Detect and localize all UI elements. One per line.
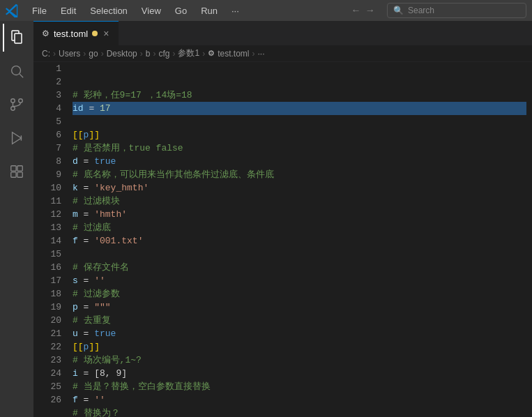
line-number-7: 7 [33,142,61,155]
tab-name: test.toml [54,29,88,39]
svg-point-5 [19,99,23,103]
line-number-25: 25 [33,380,61,393]
tab-bar: ⚙ test.toml × [33,21,532,45]
sidebar-item-search[interactable] [3,57,31,85]
breadcrumb-gear-icon: ⚙ [208,49,215,58]
line-number-22: 22 [33,340,61,354]
line-number-14: 14 [33,234,61,248]
menu-view[interactable]: View [137,4,165,17]
breadcrumb-go: go [89,49,98,59]
activity-bar [0,21,33,417]
line-number-23: 23 [33,354,61,367]
code-line-15: s = '' [73,274,526,287]
code-line-19: u = true [73,327,526,340]
line-number-5: 5 [33,115,61,128]
code-line-14: # 保存文件名 [73,261,526,274]
svg-rect-10 [11,166,16,171]
line-number-2: 2 [33,75,61,89]
svg-rect-1 [15,33,22,43]
main-layout: ⚙ test.toml × C: › Users › go › Desktop … [0,21,532,417]
line-number-13: 13 [33,221,61,234]
line-number-21: 21 [33,327,61,340]
line-number-9: 9 [33,168,61,181]
breadcrumb-b: b [146,49,151,59]
line-number-16: 16 [33,261,61,274]
svg-point-2 [12,66,21,75]
code-line-21: # 场次编号,1~? [73,354,526,367]
menu-go[interactable]: Go [171,4,191,17]
breadcrumb: C: › Users › go › Desktop › b › cfg › 参数… [33,45,532,62]
tab-close-button[interactable]: × [102,26,110,40]
code-line-20: [[p]] [73,340,526,354]
line-number-17: 17 [33,274,61,287]
code-line-25: # 替换为？ [73,407,526,417]
code-line-3 [73,115,526,128]
code-line-7: # 底名称，可以用来当作其他条件过滤底、条件底 [73,168,526,181]
tab-modified-dot [92,31,98,36]
code-line-4: [[p]] [73,128,526,142]
code-line-8: k = 'key_hmth' [73,181,526,195]
code-line-16: # 过滤参数 [73,287,526,301]
menu-more[interactable]: ··· [227,4,243,17]
line-number-15: 15 [33,248,61,261]
breadcrumb-cfg: cfg [158,49,169,59]
code-line-10: m = 'hmth' [73,208,526,221]
menu-run[interactable]: Run [197,4,222,17]
menu-selection[interactable]: Selection [86,4,131,17]
line-number-12: 12 [33,208,61,221]
line-number-4: 4 [33,102,61,115]
code-line-5: # 是否禁用，true false [73,142,526,155]
line-number-10: 10 [33,181,61,195]
code-line-18: # 去重复 [73,314,526,327]
menu-edit[interactable]: Edit [56,4,80,17]
nav-forward[interactable]: → [365,3,376,17]
menu-file[interactable]: File [28,4,51,17]
code-line-13 [73,248,526,261]
code-line-6: d = true [73,155,526,168]
line-number-18: 18 [33,287,61,301]
line-number-1: 1 [33,62,61,75]
line-numbers: 1234567891011121314151617181920212223242… [33,62,67,417]
title-bar: File Edit Selection View Go Run ··· ← → … [0,0,532,21]
code-line-23: # 当是？替换，空白参数直接替换 [73,380,526,393]
nav-back[interactable]: ← [350,3,361,17]
breadcrumb-c: C: [42,49,50,59]
sidebar-item-run[interactable] [3,124,31,152]
sidebar-item-files[interactable] [3,24,31,52]
svg-point-4 [11,107,15,111]
search-bar[interactable]: 🔍 Search [387,3,526,18]
svg-rect-11 [17,166,22,171]
code-line-22: i = [8, 9] [73,367,526,380]
sidebar-item-source-control[interactable] [3,91,31,119]
code-line-2: id = 17 [73,102,526,115]
line-number-24: 24 [33,367,61,380]
code-line-1: # 彩种，任9=17 ，14场=18 [73,89,526,102]
vscode-icon [6,3,20,17]
line-number-3: 3 [33,89,61,102]
svg-marker-8 [13,132,22,144]
svg-rect-13 [17,172,22,177]
line-number-26: 26 [33,393,61,407]
code-content[interactable]: # 彩种，任9=17 ，14场=18id = 17 [[p]]# 是否禁用，tr… [67,62,532,417]
code-line-17: p = """ [73,301,526,314]
breadcrumb-file: test.toml [218,49,249,59]
search-bar-placeholder: Search [408,6,434,15]
svg-rect-12 [11,172,16,177]
line-number-11: 11 [33,195,61,208]
svg-line-3 [20,74,23,77]
tab-test-toml[interactable]: ⚙ test.toml × [33,21,119,45]
editor-area: ⚙ test.toml × C: › Users › go › Desktop … [33,21,532,417]
code-line-12: f = '001.txt' [73,234,526,248]
breadcrumb-param1: 参数1 [178,47,199,59]
line-number-6: 6 [33,128,61,142]
line-number-8: 8 [33,155,61,168]
code-line-24: f = '' [73,393,526,407]
sidebar-item-extensions[interactable] [3,158,31,185]
code-editor[interactable]: 1234567891011121314151617181920212223242… [33,62,532,417]
svg-point-6 [11,99,15,103]
tab-gear-icon: ⚙ [42,29,50,38]
breadcrumb-more: ··· [257,49,264,59]
breadcrumb-users: Users [59,49,80,59]
code-line-9: # 过滤模块 [73,195,526,208]
line-number-20: 20 [33,314,61,327]
